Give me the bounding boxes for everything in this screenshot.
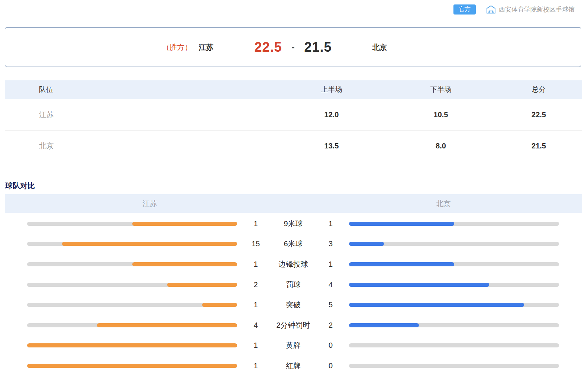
comparison-row: 1黄牌0 (5, 336, 582, 356)
away-stat-value: 1 (312, 219, 349, 228)
venue-name: 西安体育学院新校区手球馆 (499, 5, 575, 14)
away-stat-bar (349, 283, 559, 287)
first-half-cell: 13.5 (277, 142, 386, 150)
scoreboard-card: （胜方） 江苏 22.5 - 21.5 北京 (5, 27, 581, 67)
home-stat-value: 1 (237, 260, 274, 269)
away-stat-value: 4 (312, 280, 349, 289)
topbar: 官方 西安体育学院新校区手球馆 (453, 4, 575, 15)
second-half-cell: 8.0 (386, 142, 495, 150)
comparison-row: 1突破5 (5, 295, 582, 315)
comparison-header: 江苏 北京 (5, 194, 582, 213)
table-row: 北京 13.5 8.0 21.5 (5, 130, 582, 161)
col-header-first-half: 上半场 (277, 85, 386, 94)
halves-table-header: 队伍 上半场 下半场 总分 (5, 80, 582, 99)
col-header-total: 总分 (495, 85, 582, 94)
away-side: 北京 (372, 42, 387, 52)
home-side: （胜方） 江苏 (162, 42, 214, 52)
away-stat-bar (349, 242, 559, 246)
away-team-name: 北京 (372, 43, 387, 51)
col-header-team: 队伍 (5, 85, 277, 94)
home-stat-bar (27, 283, 237, 287)
stat-label: 黄牌 (274, 340, 312, 350)
away-stat-bar (349, 303, 559, 307)
first-half-cell: 12.0 (277, 110, 386, 119)
away-stat-bar (349, 343, 559, 347)
home-team-name: 江苏 (199, 42, 214, 52)
stat-label: 罚球 (274, 280, 312, 290)
away-stat-bar (349, 222, 559, 226)
comparison-title: 球队对比 (5, 181, 35, 191)
away-score: 21.5 (304, 39, 332, 55)
stat-label: 6米球 (274, 239, 312, 249)
home-stat-bar (27, 262, 237, 266)
home-stat-bar (27, 242, 237, 246)
team-name-cell: 北京 (5, 141, 277, 151)
home-stat-value: 1 (237, 362, 274, 370)
total-cell: 22.5 (495, 110, 582, 119)
comparison-row: 1边锋投球1 (5, 254, 582, 275)
home-stat-value: 1 (237, 341, 274, 350)
total-cell: 21.5 (495, 142, 582, 150)
table-row: 江苏 12.0 10.5 22.5 (5, 99, 582, 130)
team-name-cell: 江苏 (5, 110, 277, 120)
home-stat-bar (27, 303, 237, 307)
away-stat-bar (349, 364, 559, 368)
stat-label: 突破 (274, 300, 312, 310)
home-stat-value: 4 (237, 321, 274, 330)
halves-table: 队伍 上半场 下半场 总分 江苏 12.0 10.5 22.5 北京 13.5 … (5, 80, 582, 161)
winner-label: （胜方） (162, 42, 192, 52)
home-stat-bar (27, 222, 237, 226)
away-stat-value: 1 (312, 260, 349, 269)
official-badge[interactable]: 官方 (453, 4, 476, 15)
comparison-row: 19米球1 (5, 214, 582, 234)
stadium-icon (486, 5, 499, 14)
stat-label: 红牌 (274, 361, 312, 371)
stat-label: 边锋投球 (274, 259, 312, 269)
away-stat-value: 0 (312, 362, 349, 370)
stat-label: 9米球 (274, 219, 312, 229)
home-stat-value: 1 (237, 219, 274, 228)
second-half-cell: 10.5 (386, 110, 495, 119)
home-score: 22.5 (254, 39, 282, 55)
stat-label: 2分钟罚时 (274, 320, 312, 330)
home-stat-value: 1 (237, 301, 274, 309)
away-stat-bar (349, 262, 559, 266)
home-stat-value: 2 (237, 280, 274, 289)
score-line: 22.5 - 21.5 (254, 39, 332, 55)
away-stat-value: 5 (312, 301, 349, 309)
comparison-row: 156米球3 (5, 234, 582, 254)
away-stat-value: 2 (312, 321, 349, 330)
home-stat-value: 15 (237, 240, 274, 248)
comparison-left-team: 江苏 (142, 199, 157, 209)
score-separator: - (292, 42, 295, 52)
comparison-row: 1红牌0 (5, 356, 582, 376)
venue: 西安体育学院新校区手球馆 (486, 5, 575, 14)
away-stat-value: 3 (312, 240, 349, 248)
comparison-row: 42分钟罚时2 (5, 315, 582, 336)
home-stat-bar (27, 323, 237, 327)
away-stat-bar (349, 323, 559, 327)
col-header-second-half: 下半场 (386, 85, 495, 94)
comparison-rows: 19米球1156米球31边锋投球12罚球41突破542分钟罚时21黄牌01红牌0 (5, 214, 582, 376)
comparison-row: 2罚球4 (5, 275, 582, 295)
match-result-page: 官方 西安体育学院新校区手球馆 （胜方） 江苏 22.5 - 21.5 北京 (0, 0, 588, 385)
comparison-right-team: 北京 (436, 199, 451, 209)
home-stat-bar (27, 364, 237, 368)
home-stat-bar (27, 343, 237, 347)
away-stat-value: 0 (312, 341, 349, 350)
